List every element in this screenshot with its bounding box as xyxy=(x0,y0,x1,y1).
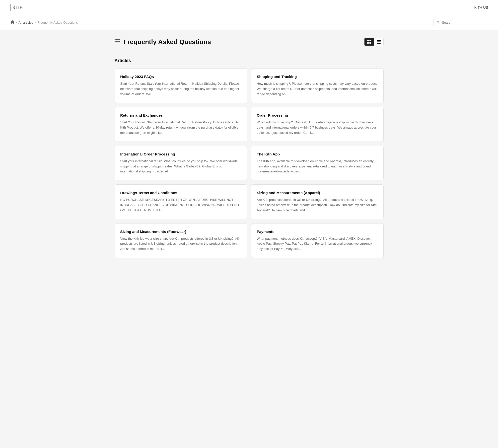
breadcrumb: › All articles › Frequently Asked Questi… xyxy=(10,20,433,25)
article-card-title: Returns and Exchanges xyxy=(120,113,241,117)
article-card-excerpt: View the Kith footwear size chart. Are K… xyxy=(120,236,241,252)
article-card[interactable]: Sizing and Measurements (Footwear)View t… xyxy=(115,223,247,258)
search-icon xyxy=(436,21,440,24)
svg-rect-2 xyxy=(115,43,116,43)
article-card-title: Sizing and Measurements (Apparel) xyxy=(257,191,378,195)
article-card[interactable]: Returns and ExchangesStart Your Return. … xyxy=(115,107,247,142)
articles-heading: Articles xyxy=(115,58,384,63)
breadcrumb-sep-2: › xyxy=(35,21,36,24)
article-card-excerpt: What payment methods does Kith accept?. … xyxy=(257,236,378,252)
logo[interactable]: KITH xyxy=(10,4,25,11)
list-view-icon xyxy=(376,40,381,44)
article-card-title: Payments xyxy=(257,229,378,234)
article-card[interactable]: PaymentsWhat payment methods does Kith a… xyxy=(251,223,384,258)
svg-rect-5 xyxy=(116,43,120,43)
svg-rect-4 xyxy=(116,41,120,42)
article-card[interactable]: Order ProcessingWhen will my order ship?… xyxy=(251,107,384,142)
article-card[interactable]: Holiday 2023 FAQsStart Your Return. Star… xyxy=(115,68,247,103)
main-content: Frequently Asked Questions xyxy=(110,30,389,273)
list-icon xyxy=(115,39,120,44)
svg-rect-10 xyxy=(377,40,381,41)
article-card-excerpt: When will my order ship?. Domestic U.S. … xyxy=(257,120,378,135)
page-header-left: Frequently Asked Questions xyxy=(115,38,211,46)
search-input[interactable] xyxy=(442,21,485,24)
article-card-excerpt: NO PURCHASE NECESSARY TO ENTER OR WIN. A… xyxy=(120,197,241,213)
article-card-title: International Order Processing xyxy=(120,152,241,156)
articles-grid: Holiday 2023 FAQsStart Your Return. Star… xyxy=(115,68,384,258)
svg-rect-7 xyxy=(369,40,371,41)
svg-rect-8 xyxy=(367,42,369,44)
article-card[interactable]: Shipping and TrackingHow much is shippin… xyxy=(251,68,384,103)
article-card[interactable]: Drawings Terms and ConditionsNO PURCHASE… xyxy=(115,184,247,219)
article-card-title: Order Processing xyxy=(257,113,378,117)
breadcrumb-home[interactable] xyxy=(10,20,14,25)
article-card-excerpt: Start Your Return. Start Your Internatio… xyxy=(120,120,241,135)
article-card[interactable]: Sizing and Measurements (Apparel)Are Kit… xyxy=(251,184,384,219)
article-card[interactable]: The Kith AppThe Kith App, available for … xyxy=(251,146,384,180)
breadcrumb-bar: › All articles › Frequently Asked Questi… xyxy=(0,15,498,30)
breadcrumb-current: Frequently Asked Questions xyxy=(37,21,78,24)
header: KITH KITH US xyxy=(0,0,498,15)
article-card-excerpt: Start Your Return. Start Your Internatio… xyxy=(120,81,241,97)
article-card-excerpt: The Kith App, available for download on … xyxy=(257,159,378,174)
grid-icon xyxy=(367,40,371,44)
list-view-button[interactable] xyxy=(374,38,383,46)
search-box[interactable] xyxy=(433,19,488,26)
breadcrumb-sep-1: › xyxy=(16,21,17,24)
divider xyxy=(115,51,384,51)
svg-rect-9 xyxy=(369,42,371,44)
home-icon xyxy=(10,20,14,24)
article-card-title: The Kith App xyxy=(257,152,378,156)
svg-rect-12 xyxy=(377,43,381,44)
svg-rect-3 xyxy=(116,39,120,40)
page-header-row: Frequently Asked Questions xyxy=(115,38,384,46)
svg-rect-0 xyxy=(115,39,116,40)
view-toggle xyxy=(364,38,384,46)
articles-section: Articles Holiday 2023 FAQsStart Your Ret… xyxy=(115,58,384,258)
svg-rect-11 xyxy=(377,42,381,42)
nav-link-kith-us[interactable]: KITH US xyxy=(474,5,488,9)
page-title: Frequently Asked Questions xyxy=(124,38,211,46)
article-card-title: Shipping and Tracking xyxy=(257,75,378,79)
article-card-title: Holiday 2023 FAQs xyxy=(120,75,241,79)
article-card-excerpt: How much is shipping?. Please note that … xyxy=(257,81,378,97)
breadcrumb-all-articles[interactable]: All articles xyxy=(18,21,33,24)
article-card-excerpt: Are Kith products offered in US or UK si… xyxy=(257,197,378,213)
grid-view-button[interactable] xyxy=(364,38,374,46)
article-card-title: Sizing and Measurements (Footwear) xyxy=(120,229,241,234)
article-card-title: Drawings Terms and Conditions xyxy=(120,191,241,195)
article-card-excerpt: Start your international return. What co… xyxy=(120,159,241,174)
svg-rect-1 xyxy=(115,41,116,42)
svg-rect-6 xyxy=(367,40,369,41)
toc-icon[interactable] xyxy=(115,39,120,45)
article-card[interactable]: International Order ProcessingStart your… xyxy=(115,146,247,180)
